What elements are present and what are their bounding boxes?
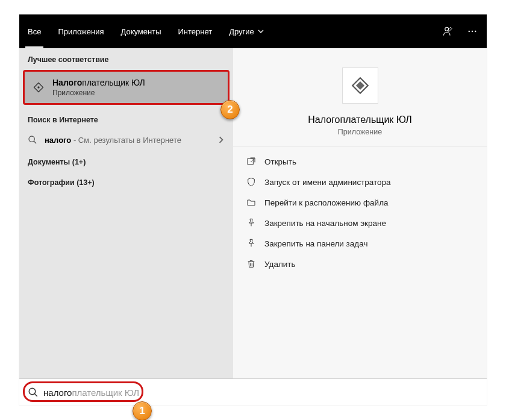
tab-apps[interactable]: Приложения	[49, 14, 112, 48]
tab-web-label: Интернет	[178, 27, 212, 36]
svg-point-2	[472, 31, 473, 32]
action-open[interactable]: Открыть	[233, 151, 487, 172]
best-match-item[interactable]: Налогоплательщик ЮЛ Приложение	[23, 70, 230, 105]
search-input-wrap: налогоплательщик ЮЛ	[43, 387, 481, 397]
trash-icon	[246, 259, 256, 269]
tab-more[interactable]: Другие	[220, 14, 272, 48]
body: Лучшее соответствие Налогоплательщик ЮЛ …	[19, 48, 487, 378]
svg-point-5	[29, 136, 34, 142]
pin-start-icon	[246, 218, 256, 228]
search-icon	[28, 135, 37, 145]
photos-section-label[interactable]: Фотографии (13+)	[19, 171, 233, 192]
search-input[interactable]	[43, 387, 481, 397]
best-match-subtitle: Приложение	[52, 89, 145, 97]
pin-taskbar-icon	[246, 239, 256, 248]
search-icon	[28, 387, 39, 398]
app-icon	[32, 81, 45, 94]
action-file-location[interactable]: Перейти к расположению файла	[233, 192, 487, 213]
web-search-row[interactable]: налого - См. результаты в Интернете	[19, 129, 233, 151]
search-panel: Все Приложения Документы Интернет Другие…	[19, 14, 487, 405]
callout-1: 1	[133, 401, 152, 420]
preview-subtitle: Приложение	[338, 128, 382, 136]
actions-list: Открыть Запуск от имени администратора П…	[233, 146, 487, 279]
svg-line-6	[34, 141, 36, 143]
svg-point-3	[475, 31, 476, 32]
preview-app-icon	[342, 67, 378, 104]
tab-more-label: Другие	[229, 27, 254, 36]
tab-apps-label: Приложения	[58, 27, 104, 36]
search-bar: налогоплательщик ЮЛ	[19, 378, 487, 405]
feedback-icon[interactable]	[436, 14, 460, 48]
action-delete[interactable]: Удалить	[233, 254, 487, 274]
best-match-texts: Налогоплательщик ЮЛ Приложение	[52, 78, 145, 97]
header-bar: Все Приложения Документы Интернет Другие	[19, 14, 487, 48]
shield-icon	[246, 177, 256, 187]
folder-icon	[246, 198, 256, 207]
more-options-icon[interactable]	[460, 14, 484, 48]
tab-all-label: Все	[28, 27, 41, 36]
preview-title: Налогоплательщик ЮЛ	[308, 114, 411, 125]
action-pin-start-label: Закрепить на начальном экране	[264, 219, 386, 228]
tab-documents-label: Документы	[120, 27, 161, 36]
preview-column: Налогоплательщик ЮЛ Приложение Открыть З…	[233, 48, 487, 378]
action-delete-label: Удалить	[264, 260, 296, 269]
tab-all[interactable]: Все	[19, 14, 49, 48]
open-icon	[246, 157, 256, 166]
best-match-title: Налогоплательщик ЮЛ	[52, 78, 145, 87]
action-open-label: Открыть	[264, 157, 296, 166]
action-pin-taskbar[interactable]: Закрепить на панели задач	[233, 233, 487, 254]
web-section-label: Поиск в Интернете	[19, 108, 233, 129]
preview-header: Налогоплательщик ЮЛ Приложение	[233, 48, 487, 146]
svg-point-8	[29, 388, 36, 395]
action-run-admin-label: Запуск от имени администратора	[264, 178, 391, 187]
svg-point-4	[37, 86, 39, 88]
svg-point-0	[445, 27, 449, 31]
svg-line-9	[34, 393, 37, 396]
chevron-right-icon	[217, 136, 225, 143]
results-column: Лучшее соответствие Налогоплательщик ЮЛ …	[19, 48, 233, 378]
action-pin-start[interactable]: Закрепить на начальном экране	[233, 213, 487, 233]
tab-documents[interactable]: Документы	[112, 14, 169, 48]
tab-web[interactable]: Интернет	[169, 14, 220, 48]
action-file-location-label: Перейти к расположению файла	[264, 198, 389, 207]
svg-rect-7	[248, 158, 253, 164]
callout-2: 2	[220, 100, 240, 119]
web-search-text: налого - См. результаты в Интернете	[45, 136, 181, 145]
svg-point-1	[469, 31, 470, 32]
documents-section-label[interactable]: Документы (1+)	[19, 151, 233, 171]
chevron-down-icon	[258, 28, 264, 34]
action-pin-taskbar-label: Закрепить на панели задач	[264, 239, 367, 248]
action-run-admin[interactable]: Запуск от имени администратора	[233, 172, 487, 192]
best-match-section-label: Лучшее соответствие	[19, 48, 233, 69]
